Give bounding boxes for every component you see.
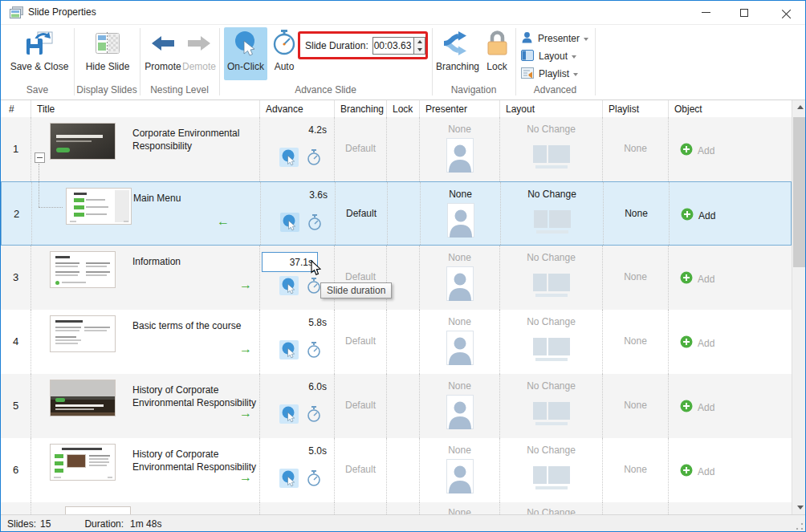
- hide-slide-button[interactable]: Hide Slide: [79, 27, 136, 80]
- advance-on-click-button[interactable]: [280, 213, 299, 232]
- add-object-button[interactable]: Add: [680, 271, 714, 286]
- advance-duration-value[interactable]: 5.8s: [308, 317, 327, 328]
- table-row[interactable]: 2Main Menu←3.6sDefaultNoneNo ChangeNoneA…: [1, 181, 792, 246]
- layout-dropdown[interactable]: Layout: [521, 48, 576, 64]
- advance-auto-timer-button[interactable]: [306, 406, 322, 426]
- layout-preview-icon[interactable]: [533, 273, 570, 301]
- cell-num: 3: [1, 246, 31, 310]
- on-click-button[interactable]: On-Click: [224, 27, 267, 80]
- branching-value[interactable]: Default: [335, 464, 386, 475]
- table-row[interactable]: 3Information→37.1sSlide durationDefaultN…: [1, 246, 792, 310]
- scroll-down-button[interactable]: [792, 501, 806, 514]
- spinner-up-button[interactable]: [414, 38, 425, 46]
- advance-duration-value[interactable]: 4.2s: [308, 124, 327, 136]
- table-row[interactable]: 6History of Corporate Environmental Resp…: [1, 438, 792, 502]
- advance-duration-value[interactable]: 3.6s: [309, 189, 328, 201]
- presenter-dropdown[interactable]: Presenter: [521, 30, 588, 47]
- playlist-value[interactable]: None: [604, 208, 669, 219]
- ribbon-toolbar: Save & Close Save Hide Slide Display Sli…: [1, 25, 805, 100]
- table-row[interactable]: 5History of Corporate Environmental Resp…: [1, 374, 792, 438]
- collapse-toggle[interactable]: [35, 152, 45, 163]
- branching-value[interactable]: Default: [336, 208, 387, 219]
- presenter-avatar-icon[interactable]: [446, 395, 474, 433]
- scroll-up-button[interactable]: [792, 100, 806, 114]
- branching-value[interactable]: Default: [335, 335, 386, 347]
- branching-icon: [441, 27, 474, 59]
- resize-grip[interactable]: [796, 522, 804, 530]
- presenter-avatar-icon[interactable]: [446, 459, 474, 497]
- column-header-lock[interactable]: Lock: [386, 100, 419, 117]
- slides-count-value: 15: [40, 518, 51, 530]
- playlist-value[interactable]: None: [603, 271, 668, 282]
- playlist-dropdown[interactable]: Playlist: [521, 66, 578, 82]
- add-object-button[interactable]: Add: [680, 143, 714, 158]
- advance-on-click-button[interactable]: [279, 404, 299, 424]
- column-header-layout[interactable]: Layout: [499, 100, 602, 117]
- advance-auto-timer-button[interactable]: [306, 342, 322, 362]
- advance-duration-value[interactable]: 5.0s: [308, 445, 327, 457]
- presenter-avatar-icon[interactable]: [446, 138, 474, 176]
- column-header-presenter[interactable]: Presenter: [419, 100, 499, 117]
- add-object-button[interactable]: Add: [680, 464, 714, 479]
- add-object-button[interactable]: Add: [680, 400, 714, 415]
- promote-button[interactable]: Promote: [143, 27, 183, 80]
- advance-on-click-button[interactable]: [279, 148, 299, 167]
- advance-auto-timer-button[interactable]: [307, 214, 323, 234]
- add-object-button[interactable]: Add: [680, 335, 714, 351]
- cell-layout: No Change: [499, 438, 602, 502]
- column-header-object[interactable]: Object: [668, 100, 792, 117]
- layout-preview-icon[interactable]: [533, 465, 570, 493]
- branching-value[interactable]: Default: [335, 143, 386, 154]
- table-row[interactable]: 4Basic terms of the course→5.8sDefaultNo…: [1, 310, 792, 374]
- demote-button[interactable]: Demote: [179, 27, 219, 80]
- branching-button[interactable]: Branching: [434, 27, 481, 80]
- advance-on-click-button[interactable]: [279, 340, 299, 359]
- layout-preview-icon[interactable]: [534, 209, 571, 238]
- table-row[interactable]: 1Corporate Environmental Responsibility4…: [1, 117, 792, 181]
- cell-object: Add: [668, 374, 792, 438]
- layout-preview-icon[interactable]: [533, 337, 570, 365]
- cell-advance: 5.8s: [259, 310, 334, 374]
- layout-preview-icon[interactable]: [533, 401, 570, 429]
- slide-title: Information: [132, 255, 273, 268]
- slide-duration-spinner: [414, 37, 425, 55]
- presenter-avatar-icon[interactable]: [447, 203, 474, 241]
- advance-auto-timer-button[interactable]: [306, 149, 322, 169]
- column-header-advance[interactable]: Advance: [259, 100, 334, 117]
- minimize-button[interactable]: [687, 1, 725, 24]
- layout-preview-icon[interactable]: [533, 144, 570, 173]
- table-row-partial[interactable]: None No Change: [1, 502, 792, 514]
- group-label-nesting-level: Nesting Level: [140, 84, 219, 97]
- auto-button[interactable]: Auto: [271, 27, 298, 80]
- scrollbar-thumb[interactable]: [793, 117, 806, 267]
- lock-button[interactable]: Lock: [482, 27, 511, 80]
- advance-on-click-button[interactable]: [279, 469, 299, 488]
- advance-on-click-button[interactable]: [279, 276, 299, 295]
- playlist-value[interactable]: None: [603, 143, 668, 154]
- playlist-value[interactable]: None: [603, 400, 668, 411]
- cell-object: Add: [668, 117, 792, 181]
- vertical-scrollbar[interactable]: [792, 100, 806, 514]
- column-header-branching[interactable]: Branching: [334, 100, 386, 117]
- column-header-number[interactable]: #: [1, 100, 31, 117]
- advance-auto-timer-button[interactable]: [306, 278, 322, 298]
- branching-value[interactable]: Default: [335, 400, 386, 411]
- advance-auto-timer-button[interactable]: [306, 470, 322, 490]
- playlist-value[interactable]: None: [603, 464, 668, 475]
- branching-value[interactable]: Default: [335, 271, 386, 282]
- advance-duration-value[interactable]: 6.0s: [308, 381, 327, 392]
- presenter-avatar-icon[interactable]: [446, 266, 474, 304]
- spinner-down-button[interactable]: [414, 46, 425, 54]
- add-object-button[interactable]: Add: [681, 208, 715, 223]
- presenter-avatar-icon[interactable]: [446, 331, 474, 368]
- close-button[interactable]: [767, 1, 805, 24]
- slide-duration-input[interactable]: 00:03.63: [372, 37, 415, 55]
- save-close-button[interactable]: Save & Close: [6, 27, 73, 80]
- add-label: Add: [698, 274, 714, 285]
- column-header-playlist[interactable]: Playlist: [602, 100, 668, 117]
- playlist-value[interactable]: None: [603, 335, 668, 347]
- maximize-button[interactable]: [725, 1, 763, 24]
- slide-title: Main Menu: [133, 192, 274, 205]
- promote-label: Promote: [145, 61, 181, 72]
- column-header-title[interactable]: Title: [31, 100, 259, 117]
